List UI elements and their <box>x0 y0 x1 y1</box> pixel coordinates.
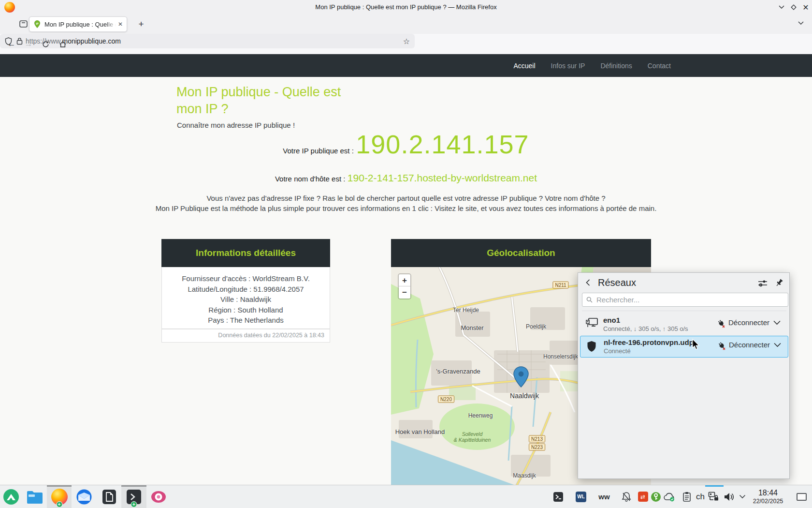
road-badge: N211 <box>552 282 568 289</box>
map-label: Naaldwijk <box>510 392 539 400</box>
new-tab-button[interactable]: + <box>135 18 147 30</box>
tray-ww-icon[interactable]: ww <box>598 485 610 508</box>
host-label: Votre nom d'hôte est : <box>275 175 345 183</box>
browser-toolbar: ← → https://www.monippublique.com ☆ i uB… <box>0 34 812 54</box>
task-firefox[interactable]: + <box>47 485 72 508</box>
search-icon <box>586 297 593 303</box>
connection-status: Connecté <box>604 347 631 355</box>
disconnect-plug-icon <box>717 342 726 351</box>
detail-country: Pays : The Netherlands <box>162 315 330 326</box>
popup-divider <box>582 311 786 311</box>
intro-paragraph: Vous n'avez pas d'adresse IP fixe ? Ras … <box>0 193 812 213</box>
reload-icon[interactable] <box>39 38 52 50</box>
task-terminal[interactable]: + <box>121 485 146 508</box>
popup-title: Réseaux <box>598 277 636 288</box>
map-zoom-out-button[interactable]: − <box>399 286 410 299</box>
firefox-view-icon[interactable] <box>19 20 28 28</box>
network-search-input[interactable]: Rechercher... <box>582 293 788 307</box>
list-tabs-icon[interactable] <box>798 21 804 26</box>
tray-wl-icon[interactable]: WL <box>575 485 587 508</box>
window-title: Mon IP publique : Quelle est mon IP publ… <box>0 0 812 15</box>
tray-terminal-icon[interactable] <box>552 485 565 508</box>
browser-tab[interactable]: IP Mon IP publique : Quelle e ✕ <box>29 16 127 32</box>
tray-network-icon[interactable] <box>707 485 721 508</box>
mouse-cursor <box>692 339 700 350</box>
details-card: Informations détaillées Fournisseur d'ac… <box>161 239 330 343</box>
firefox-logo-icon <box>4 2 15 13</box>
taskbar: + + WL ww ⇄ ch <box>0 485 812 508</box>
tray-notifications-icon[interactable] <box>621 485 632 508</box>
connection-row-eno1[interactable]: eno1 Connecté, ↓ 305 o/s, ↑ 305 o/s Déco… <box>580 314 788 335</box>
expand-chevron-icon[interactable] <box>773 342 782 348</box>
close-button[interactable]: ✕ <box>801 3 810 12</box>
tray-keepassxc-icon[interactable] <box>650 485 662 508</box>
road-badge: N223 <box>529 444 545 451</box>
nav-contact[interactable]: Contact <box>648 62 671 70</box>
expand-chevron-icon[interactable] <box>773 320 781 326</box>
networks-popup: Réseaux Rechercher... eno1 Connecté, ↓ 3… <box>578 272 790 479</box>
page-tagline: Connaître mon adresse IP publique ! <box>177 121 295 129</box>
connection-row-vpn[interactable]: nl-free-196.protonvpn.udp Connecté Décon… <box>580 336 788 358</box>
running-badge: + <box>131 501 137 508</box>
window-titlebar: Mon IP publique : Quelle est mon IP publ… <box>0 0 812 15</box>
nav-accueil[interactable]: Accueil <box>513 62 535 70</box>
tray-keyboard-layout[interactable]: ch <box>694 485 707 508</box>
map-label: Poeldijk <box>526 323 546 330</box>
details-card-footer: Données datées du 22/02/2025 à 18:43 <box>161 329 330 343</box>
wired-network-icon <box>586 317 598 329</box>
connection-name: nl-free-196.protonvpn.udp <box>604 338 694 346</box>
site-navbar: Accueil Infos sur IP Définitions Contact <box>0 54 812 77</box>
disconnect-button[interactable]: Déconnecter <box>728 318 769 327</box>
tray-clipboard-icon[interactable] <box>681 485 693 508</box>
page-title: Mon IP publique - Quelle estmon IP ? <box>176 84 341 118</box>
road-badge: N213 <box>529 435 545 443</box>
map-label: 's-Gravenzande <box>436 368 480 375</box>
connection-name: eno1 <box>603 316 620 324</box>
ip-value: 190.2.141.157 <box>356 130 529 159</box>
tray-nextcloud-icon[interactable] <box>663 485 676 508</box>
task-thunderbird[interactable] <box>72 485 97 508</box>
map-zoom-control: + − <box>398 273 411 299</box>
tray-active-indicator <box>705 485 724 487</box>
maximize-button[interactable] <box>789 3 798 12</box>
map-zoom-in-button[interactable]: + <box>399 274 410 286</box>
details-card-body: Fournisseur d'accès : WorldStream B.V. L… <box>161 267 330 329</box>
nav-definitions[interactable]: Définitions <box>600 62 632 70</box>
task-image-viewer[interactable] <box>146 485 171 508</box>
back-button[interactable]: ← <box>5 38 18 50</box>
svg-text:IP: IP <box>36 22 38 25</box>
clock[interactable]: 18:44 22/02/2025 <box>748 485 788 508</box>
clock-date: 22/02/2025 <box>753 498 783 505</box>
detail-region: Région : South Holland <box>162 305 330 315</box>
host-value[interactable]: 190-2-141-157.hosted-by-worldstream.net <box>348 172 537 183</box>
pin-popup-icon[interactable] <box>775 278 784 287</box>
nav-infos-sur-ip[interactable]: Infos sur IP <box>551 62 585 70</box>
map-label: Monster <box>461 324 484 331</box>
bookmark-star-icon[interactable]: ☆ <box>403 37 410 46</box>
vpn-shield-icon <box>587 341 596 352</box>
tab-close-icon[interactable]: ✕ <box>118 21 123 28</box>
popup-back-icon[interactable] <box>584 279 592 286</box>
map-label: Hoek van Holland <box>395 428 445 435</box>
task-file-manager[interactable] <box>22 485 47 508</box>
disconnect-button[interactable]: Déconnecter <box>729 341 770 349</box>
details-card-title: Informations détaillées <box>161 239 330 267</box>
tray-sync-icon[interactable]: ⇄ <box>637 485 649 508</box>
map-label: Honselersdijk <box>543 353 578 360</box>
geolocation-card-title: Géolocalisation <box>391 239 651 267</box>
tray-expander-icon[interactable] <box>737 485 748 508</box>
forward-button[interactable]: → <box>22 38 35 50</box>
connection-settings-icon[interactable] <box>758 279 768 287</box>
hostname-row: Votre nom d'hôte est : 190-2-141-157.hos… <box>0 172 812 184</box>
minimize-button[interactable] <box>777 3 786 12</box>
app-launcher-button[interactable] <box>0 485 22 508</box>
disconnect-plug-icon <box>717 320 726 329</box>
task-libreoffice[interactable] <box>97 485 121 508</box>
tab-title: Mon IP publique : Quelle e <box>44 21 116 28</box>
show-desktop-button[interactable] <box>794 485 809 508</box>
detail-latlon: Latitude/Longitude : 51.9968/4.2057 <box>162 284 330 295</box>
home-icon[interactable] <box>57 38 69 50</box>
road-badge: N220 <box>438 396 454 403</box>
map-label: Heenweg <box>468 412 493 419</box>
tray-volume-icon[interactable] <box>722 485 736 508</box>
